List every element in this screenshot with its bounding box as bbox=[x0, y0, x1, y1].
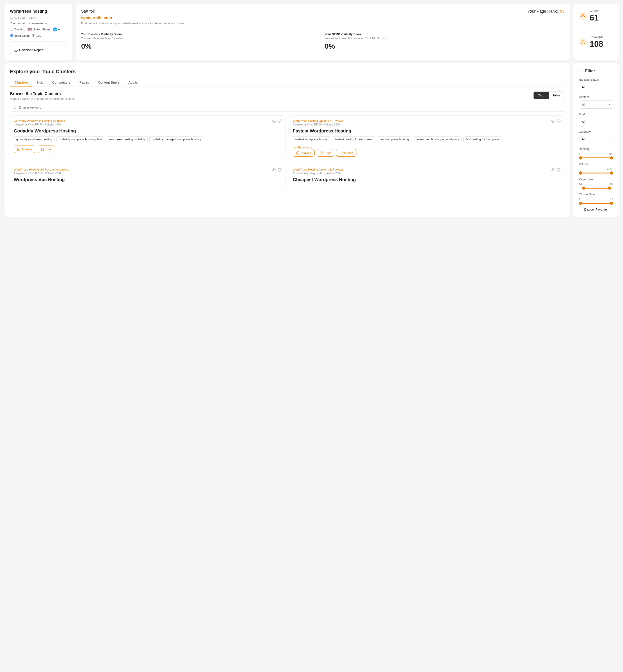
keywords-label-group: Keywords 108 bbox=[590, 35, 603, 49]
cluster-card-header-left: WordPress Hosting Options & Reviews 11 k… bbox=[293, 168, 344, 175]
heart-icon[interactable] bbox=[557, 168, 561, 172]
stat-card: Stat for: Your Page Rank: 53 wpmarmite.c… bbox=[76, 4, 570, 60]
serp-label: Your SERP Visibility Score bbox=[325, 32, 561, 36]
cluster-card-header: WordPress Hosting Options & Reviews 6 ke… bbox=[293, 119, 561, 126]
clusters-label-group: Clusters 61 bbox=[590, 9, 601, 23]
keywords-value: 108 bbox=[590, 39, 603, 49]
category-label: Category bbox=[579, 130, 613, 133]
view-card-button[interactable]: Card bbox=[534, 92, 548, 99]
cluster-size-fill bbox=[579, 203, 613, 204]
ranking-thumb-left[interactable] bbox=[579, 156, 582, 159]
ranking-min: 1 bbox=[579, 153, 581, 156]
download-label: Download Report bbox=[19, 48, 43, 52]
volume-thumb-left[interactable] bbox=[579, 172, 582, 175]
cluster-card-link[interactable]: WordPress Hosting Options & Reviews bbox=[293, 119, 344, 123]
info-badges-2: google.com 100 bbox=[10, 34, 67, 37]
country-label: United States bbox=[33, 28, 51, 31]
cluster-size-thumb-left[interactable] bbox=[579, 202, 582, 205]
search-input[interactable] bbox=[19, 106, 561, 109]
cluster-size-label: Cluster Size bbox=[579, 193, 613, 196]
action-analyze-button[interactable]: Analyze bbox=[14, 146, 35, 153]
heart-icon[interactable] bbox=[557, 119, 561, 123]
serp-sublabel: Your website ranks 0 times in top 10 of … bbox=[325, 37, 561, 40]
volume-track bbox=[579, 173, 613, 174]
view-table-button[interactable]: Table bbox=[548, 92, 564, 99]
page-rank-thumb-right[interactable] bbox=[608, 186, 611, 190]
download-report-button[interactable]: Download Report bbox=[10, 46, 48, 54]
cluster-card-link[interactable]: GoDaddy WordPress Hosting Solutions bbox=[14, 119, 65, 123]
action-intents-button[interactable]: Intents bbox=[336, 149, 356, 157]
page-rank-label: Your Page Rank: bbox=[528, 9, 558, 13]
keywords-label: Keywords bbox=[590, 35, 603, 39]
ranking-thumb-right[interactable] bbox=[610, 156, 613, 159]
heart-icon[interactable] bbox=[277, 119, 281, 123]
action-brief-button[interactable]: Brief bbox=[38, 146, 55, 153]
eye-icon[interactable] bbox=[272, 168, 276, 172]
eye-icon[interactable] bbox=[272, 119, 276, 123]
volume-fill bbox=[579, 173, 613, 174]
brief-icon bbox=[41, 148, 44, 151]
cluster-card-link[interactable]: WordPress Hosting Options & Reviews bbox=[293, 168, 344, 171]
tab-pages[interactable]: Pages bbox=[75, 78, 93, 87]
page-rank-track bbox=[579, 188, 613, 188]
keyword-tag: godaddy wordpress hosting bbox=[14, 136, 55, 142]
cluster-card-link[interactable]: WordPress Hosting UK Recommendations bbox=[14, 168, 69, 171]
tab-competitors[interactable]: Competitors bbox=[48, 78, 75, 87]
keyword-tag: fast hosting for wordpress bbox=[464, 136, 502, 142]
device-badge: Desktop bbox=[10, 28, 25, 31]
tab-content-briefs[interactable]: Content Briefs bbox=[93, 78, 124, 87]
cluster-card-icons bbox=[551, 119, 561, 123]
ranking-fill bbox=[579, 157, 613, 158]
filter-ranking: Ranking 1 100 bbox=[579, 147, 613, 158]
show-more-button[interactable]: Show more bbox=[293, 146, 561, 149]
language-label: en bbox=[58, 28, 61, 31]
tab-hub[interactable]: Hub bbox=[32, 78, 48, 87]
content-select[interactable]: All bbox=[579, 100, 613, 109]
filter-title-text: Filter bbox=[585, 69, 595, 73]
device-label: Desktop bbox=[14, 28, 25, 31]
tab-clusters[interactable]: Clusters bbox=[10, 78, 32, 87]
filter-cluster-size: Cluster Size 1 11 bbox=[579, 193, 613, 204]
category-select[interactable]: All bbox=[579, 135, 613, 143]
cluster-card-header-left: GoDaddy WordPress Hosting Solutions 4 ke… bbox=[14, 119, 65, 126]
page-rank-range-row: 14 81 bbox=[579, 183, 613, 186]
cluster-card-icons bbox=[272, 168, 281, 172]
cluster-card-header-left: WordPress Hosting Options & Reviews 6 ke… bbox=[293, 119, 344, 126]
cluster-size-range-row: 1 11 bbox=[579, 198, 613, 201]
cluster-card-meta: 4 keywords • Avg PR 60 • Volume 2200 bbox=[14, 172, 69, 175]
ranking-status-select[interactable]: All bbox=[579, 83, 613, 91]
tab-audits[interactable]: Audits bbox=[124, 78, 142, 87]
cluster-title: Godaddy Wordpress Hosting bbox=[14, 128, 281, 133]
info-date: 20 Aug 2024 - 11:48 bbox=[10, 16, 67, 19]
main-content: Explore your Topic Clusters ClustersHubC… bbox=[4, 63, 570, 217]
browse-header: Browse the Topic Clusters A good practic… bbox=[10, 91, 564, 100]
svg-line-8 bbox=[583, 15, 584, 16]
cluster-card-meta: 6 keywords • Avg PR 60 • Volume 2200 bbox=[293, 123, 344, 126]
cluster-card-icons bbox=[272, 119, 281, 123]
heart-icon[interactable] bbox=[277, 168, 281, 172]
brief-select[interactable]: All bbox=[579, 118, 613, 126]
visibility-score-item: Your Clusters Visibility Score Your webs… bbox=[81, 32, 321, 51]
eye-icon[interactable] bbox=[551, 119, 555, 123]
cluster-size-thumb-right[interactable] bbox=[610, 202, 613, 205]
keyword-tag: fastest wordpress hosting bbox=[293, 136, 331, 142]
action-analyze-button[interactable]: Analyze bbox=[293, 149, 315, 157]
show-more-label: Show more bbox=[297, 146, 312, 149]
eye-icon[interactable] bbox=[551, 168, 555, 172]
page-rank-thumb-left[interactable] bbox=[582, 186, 585, 190]
svg-point-17 bbox=[552, 121, 553, 122]
pages-icon bbox=[32, 34, 35, 37]
display-fav-checkbox[interactable] bbox=[579, 208, 583, 211]
ranking-status-label: Ranking Status bbox=[579, 78, 613, 81]
pages-label: 100 bbox=[36, 34, 41, 37]
cluster-size-max: 11 bbox=[610, 198, 613, 201]
svg-point-22 bbox=[273, 170, 274, 171]
action-brief-button[interactable]: Brief bbox=[317, 149, 334, 157]
svg-line-7 bbox=[582, 15, 583, 16]
section-title: Explore your Topic Clusters bbox=[10, 69, 564, 74]
volume-thumb-right[interactable] bbox=[610, 172, 613, 175]
ranking-track bbox=[579, 157, 613, 158]
search-bar bbox=[10, 103, 564, 112]
content-label: Content bbox=[579, 95, 613, 99]
keyword-tag: wordpress hosting godaddy bbox=[107, 136, 148, 142]
